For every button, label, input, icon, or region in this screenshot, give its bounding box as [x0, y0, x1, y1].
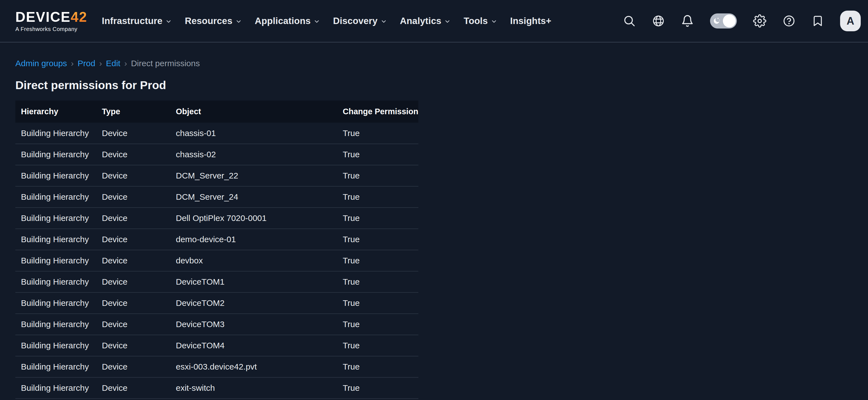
header-icon-group: A [623, 10, 861, 31]
table-cell: Device [96, 271, 170, 292]
table-cell: True [337, 335, 418, 356]
nav-item-resources[interactable]: Resources [185, 16, 242, 26]
table-cell: Device [96, 314, 170, 335]
table-row: Building HierarchyDeviceDCM_Server_22Tru… [16, 165, 418, 186]
table-row: Building HierarchyDevicedevboxTrue [16, 250, 418, 271]
table-cell: True [337, 292, 418, 314]
table-cell: DeviceTOM4 [170, 335, 337, 356]
table-row: Building HierarchyDeviceesxi-003.device4… [16, 356, 418, 377]
user-avatar[interactable]: A [840, 10, 861, 31]
bell-icon[interactable] [681, 15, 694, 27]
table-cell: True [337, 377, 418, 399]
table-cell: Building Hierarchy [16, 292, 96, 314]
table-cell: Building Hierarchy [16, 356, 96, 377]
nav-item-analytics[interactable]: Analytics [400, 16, 451, 26]
column-header-hierarchy: Hierarchy [16, 101, 96, 123]
column-header-object: Object [170, 101, 337, 123]
table-cell: True [337, 356, 418, 377]
table-row: Building HierarchyDeviceDeviceTOM1True [16, 271, 418, 292]
breadcrumb-link[interactable]: Prod [78, 58, 95, 69]
breadcrumb-separator: › [124, 58, 127, 69]
breadcrumb: Admin groups›Prod›Edit›Direct permission… [16, 58, 852, 69]
table-cell: True [337, 123, 418, 144]
table-cell: DCM_Server_22 [170, 165, 337, 186]
toggle-knob [723, 15, 736, 27]
table-row: Building HierarchyDevicechassis-02True [16, 144, 418, 165]
table-row: Building HierarchyDeviceDeviceTOM4True [16, 335, 418, 356]
table-cell: True [337, 271, 418, 292]
logo-text: DEVICE42 [16, 10, 87, 24]
table-cell: demo-device-01 [170, 229, 337, 250]
table-cell: Dell OptiPlex 7020-0001 [170, 207, 337, 229]
table-row: Building HierarchyDeviceDCM_Server_24Tru… [16, 186, 418, 207]
table-cell: True [337, 186, 418, 207]
main-nav: Infrastructure Resources Applications Di… [102, 16, 552, 26]
top-navigation-bar: DEVICE42 A Freshworks Company Infrastruc… [0, 0, 868, 42]
nav-item-label: Discovery [333, 16, 378, 26]
globe-icon[interactable] [652, 15, 665, 27]
table-cell: Building Hierarchy [16, 271, 96, 292]
table-cell: True [337, 165, 418, 186]
table-cell: chassis-01 [170, 123, 337, 144]
table-cell: Device [96, 292, 170, 314]
table-cell: Building Hierarchy [16, 186, 96, 207]
permissions-table-body: Building HierarchyDevicechassis-01TrueBu… [16, 123, 418, 399]
table-row: Building HierarchyDeviceDell OptiPlex 70… [16, 207, 418, 229]
page-content: Admin groups›Prod›Edit›Direct permission… [0, 42, 868, 399]
nav-item-applications[interactable]: Applications [255, 16, 320, 26]
nav-item-insights-[interactable]: Insights+ [510, 16, 552, 26]
table-cell: DeviceTOM2 [170, 292, 337, 314]
table-cell: True [337, 144, 418, 165]
table-cell: Device [96, 335, 170, 356]
nav-item-discovery[interactable]: Discovery [333, 16, 387, 26]
table-cell: esxi-003.device42.pvt [170, 356, 337, 377]
logo-brand-text: DEVICE [16, 9, 71, 25]
table-cell: Device [96, 207, 170, 229]
breadcrumb-link[interactable]: Admin groups [16, 58, 67, 69]
bookmark-icon[interactable] [812, 15, 824, 27]
chevron-down-icon [491, 18, 497, 25]
table-cell: Building Hierarchy [16, 229, 96, 250]
nav-item-infrastructure[interactable]: Infrastructure [102, 16, 172, 26]
chevron-down-icon [313, 18, 320, 25]
table-cell: Building Hierarchy [16, 314, 96, 335]
dark-mode-toggle[interactable] [710, 13, 737, 28]
table-cell: Device [96, 377, 170, 399]
table-cell: DCM_Server_24 [170, 186, 337, 207]
table-header: Hierarchy Type Object Change Permission [16, 101, 418, 123]
table-cell: True [337, 314, 418, 335]
table-cell: True [337, 229, 418, 250]
table-cell: Building Hierarchy [16, 250, 96, 271]
table-cell: exit-switch [170, 377, 337, 399]
chevron-down-icon [235, 18, 242, 25]
permissions-table: Hierarchy Type Object Change Permission … [16, 101, 418, 399]
nav-item-label: Resources [185, 16, 232, 26]
table-cell: Building Hierarchy [16, 207, 96, 229]
table-cell: Building Hierarchy [16, 377, 96, 399]
table-cell: Building Hierarchy [16, 335, 96, 356]
nav-item-label: Tools [464, 16, 488, 26]
logo-accent-text: 42 [71, 9, 87, 25]
device42-logo[interactable]: DEVICE42 A Freshworks Company [16, 10, 87, 32]
table-row: Building HierarchyDevicechassis-01True [16, 123, 418, 144]
table-row: Building HierarchyDeviceDeviceTOM2True [16, 292, 418, 314]
moon-icon [712, 17, 721, 27]
chevron-down-icon [380, 18, 387, 25]
page-title: Direct permissions for Prod [16, 78, 852, 92]
gear-icon[interactable] [753, 14, 767, 28]
help-icon[interactable] [783, 15, 796, 27]
table-cell: DeviceTOM1 [170, 271, 337, 292]
table-cell: Building Hierarchy [16, 144, 96, 165]
table-cell: Device [96, 250, 170, 271]
column-header-type: Type [96, 101, 170, 123]
table-row: Building HierarchyDeviceDeviceTOM3True [16, 314, 418, 335]
nav-item-tools[interactable]: Tools [464, 16, 497, 26]
table-cell: Building Hierarchy [16, 165, 96, 186]
table-row: Building HierarchyDeviceexit-switchTrue [16, 377, 418, 399]
table-cell: DeviceTOM3 [170, 314, 337, 335]
breadcrumb-link[interactable]: Edit [106, 58, 120, 69]
nav-item-label: Analytics [400, 16, 441, 26]
table-row: Building HierarchyDevicedemo-device-01Tr… [16, 229, 418, 250]
search-icon[interactable] [623, 15, 636, 27]
nav-item-label: Infrastructure [102, 16, 162, 26]
